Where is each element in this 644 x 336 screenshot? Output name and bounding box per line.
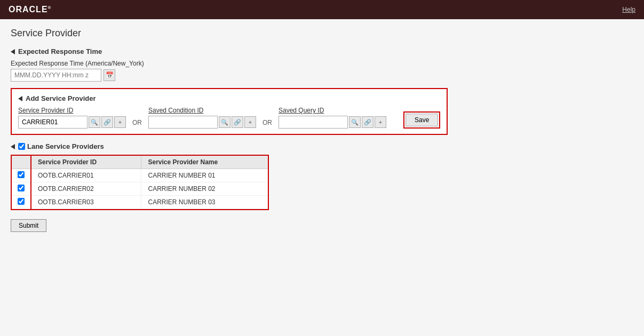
- saved-condition-label: Saved Condition ID: [148, 107, 256, 114]
- lane-sp-table-container: Service Provider ID Service Provider Nam…: [11, 155, 269, 210]
- or-label-1: OR: [132, 119, 142, 129]
- add-sp-title: Add Service Provider: [26, 94, 96, 102]
- row-sp-name: CARRIER NUMBER 01: [141, 169, 268, 182]
- ert-section-header: Expected Response Time: [11, 47, 633, 55]
- app-header: ORACLE® Help: [0, 0, 644, 19]
- add-sp-section: Add Service Provider Service Provider ID…: [11, 88, 448, 135]
- saved-query-link-icon[interactable]: 🔗: [362, 116, 373, 128]
- main-content: Service Provider Expected Response Time …: [0, 19, 644, 336]
- saved-condition-input-wrapper: 🔍 🔗 +: [148, 116, 256, 129]
- add-sp-collapse-icon[interactable]: [18, 96, 22, 101]
- calendar-icon[interactable]: 📅: [104, 69, 115, 81]
- save-button[interactable]: Save: [406, 114, 438, 126]
- saved-query-search-icon[interactable]: 🔍: [349, 116, 361, 128]
- saved-query-input[interactable]: [279, 116, 348, 129]
- lane-sp-section: Lane Service Providers Service Provider …: [11, 142, 633, 212]
- submit-button[interactable]: Submit: [11, 219, 46, 232]
- ert-section-title: Expected Response Time: [18, 47, 102, 55]
- save-button-wrapper: Save: [403, 111, 440, 129]
- table-th-sp-name: Service Provider Name: [141, 156, 268, 169]
- sp-id-search-icon[interactable]: 🔍: [89, 116, 100, 128]
- lane-sp-table: Service Provider ID Service Provider Nam…: [12, 156, 268, 209]
- lane-sp-checkbox-label[interactable]: Lane Service Providers: [18, 142, 104, 150]
- lane-sp-title: Lane Service Providers: [27, 142, 104, 150]
- table-row: OOTB.CARRIER02 CARRIER NUMBER 02: [12, 182, 268, 196]
- lane-sp-collapse-icon[interactable]: [11, 144, 15, 149]
- sp-id-field-group: Service Provider ID 🔍 🔗 +: [18, 107, 126, 129]
- row-checkbox-0[interactable]: [18, 171, 25, 178]
- row-checkbox-cell[interactable]: [12, 196, 31, 209]
- saved-query-label: Saved Query ID: [279, 107, 386, 114]
- oracle-logo: ORACLE®: [9, 5, 51, 14]
- help-link[interactable]: Help: [622, 6, 635, 13]
- saved-condition-link-icon[interactable]: 🔗: [232, 116, 243, 128]
- table-th-sp-id: Service Provider ID: [31, 156, 141, 169]
- table-header-row: Service Provider ID Service Provider Nam…: [12, 156, 268, 169]
- table-th-checkbox: [12, 156, 31, 169]
- row-sp-name: CARRIER NUMBER 02: [141, 182, 268, 196]
- ert-input-wrapper: 📅: [11, 69, 633, 82]
- saved-condition-search-icon[interactable]: 🔍: [219, 116, 230, 128]
- row-sp-id: OOTB.CARRIER01: [31, 169, 141, 182]
- add-sp-header: Add Service Provider: [18, 94, 440, 102]
- row-sp-id: OOTB.CARRIER03: [31, 196, 141, 209]
- saved-condition-field-group: Saved Condition ID 🔍 🔗 +: [148, 107, 256, 129]
- table-row: OOTB.CARRIER01 CARRIER NUMBER 01: [12, 169, 268, 182]
- sp-id-link-icon[interactable]: 🔗: [101, 116, 113, 128]
- ert-collapse-icon[interactable]: [11, 49, 15, 54]
- or-label-2: OR: [263, 119, 272, 129]
- sp-id-label: Service Provider ID: [18, 107, 126, 114]
- row-sp-id: OOTB.CARRIER02: [31, 182, 141, 196]
- row-checkbox-cell[interactable]: [12, 169, 31, 182]
- ert-datetime-input[interactable]: [11, 69, 101, 82]
- saved-query-add-icon[interactable]: +: [375, 116, 386, 128]
- table-body: OOTB.CARRIER01 CARRIER NUMBER 01 OOTB.CA…: [12, 169, 268, 209]
- lane-sp-header: Lane Service Providers: [11, 142, 633, 150]
- sp-id-input[interactable]: [18, 116, 88, 129]
- page-title: Service Provider: [11, 28, 633, 39]
- ert-field-label: Expected Response Time (America/New_York…: [11, 60, 633, 67]
- row-checkbox-cell[interactable]: [12, 182, 31, 196]
- ert-section: Expected Response Time Expected Response…: [11, 47, 633, 82]
- row-checkbox-1[interactable]: [18, 185, 25, 191]
- saved-condition-add-icon[interactable]: +: [244, 116, 256, 128]
- saved-query-input-wrapper: 🔍 🔗 +: [279, 116, 386, 129]
- lane-sp-checkbox[interactable]: [18, 143, 25, 150]
- row-sp-name: CARRIER NUMBER 03: [141, 196, 268, 209]
- add-sp-row: Service Provider ID 🔍 🔗 + OR Saved Condi…: [18, 107, 440, 129]
- saved-query-field-group: Saved Query ID 🔍 🔗 +: [279, 107, 386, 129]
- saved-condition-input[interactable]: [148, 116, 218, 129]
- row-checkbox-2[interactable]: [18, 198, 25, 205]
- sp-id-input-wrapper: 🔍 🔗 +: [18, 116, 126, 129]
- table-row: OOTB.CARRIER03 CARRIER NUMBER 03: [12, 196, 268, 209]
- sp-id-add-icon[interactable]: +: [114, 116, 126, 128]
